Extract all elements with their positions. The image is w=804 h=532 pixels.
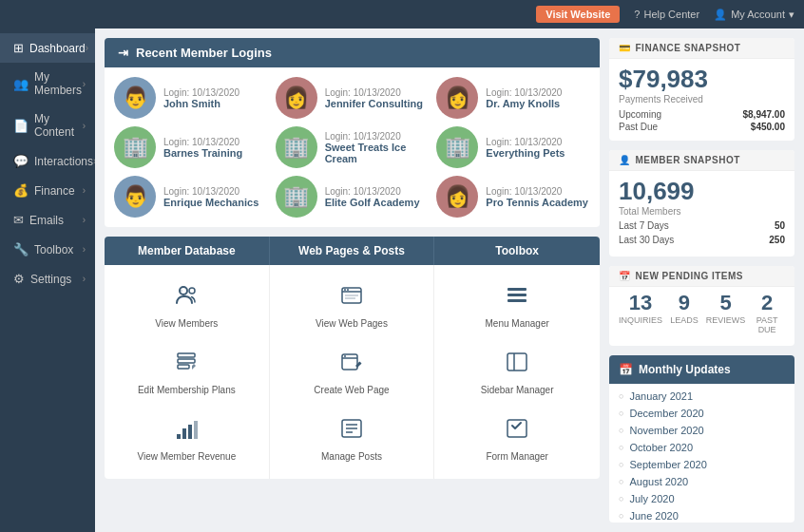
visit-website-button[interactable]: Visit Website (536, 6, 620, 23)
login-info: Login: 10/13/2020Elite Golf Academy (325, 186, 420, 208)
member-stats-row-30: Last 30 Days 250 (609, 235, 794, 249)
account-icon: 👤 (714, 9, 727, 21)
grid-action-manage-posts-icon[interactable]: Manage Posts (279, 408, 425, 469)
login-item[interactable]: 👨Login: 10/13/2020Enrique Mechanics (114, 176, 268, 218)
monthly-item[interactable]: August 2020 (619, 475, 785, 488)
login-info: Login: 10/13/2020Jennifer Consulting (325, 87, 423, 109)
grid-action-form-manager-icon[interactable]: Form Manager (444, 408, 590, 469)
grid-action-view-revenue-icon[interactable]: View Member Revenue (114, 408, 259, 469)
monthly-item[interactable]: September 2020 (619, 458, 785, 471)
grid-action-label: View Web Pages (316, 318, 388, 329)
credit-card-icon: 💳 (619, 43, 631, 53)
sidebar-item-my-members[interactable]: 👥 My Members › (0, 63, 95, 104)
grid-col-0: View MembersEdit Membership PlansView Me… (105, 265, 270, 479)
pending-item-inquiries: 13Inquiries (619, 291, 662, 334)
pending-label: Past Due (749, 315, 785, 334)
finance-big-number: $79,983 (609, 59, 794, 94)
grid-action-label: Manage Posts (321, 451, 382, 462)
main-content: ⇥ Recent Member Logins 👨Login: 10/13/202… (95, 28, 804, 532)
bottom-grid-panel: Member Database Web Pages & Posts Toolbo… (105, 237, 600, 479)
svg-rect-27 (507, 353, 526, 370)
sidebar-item-emails[interactable]: ✉ Emails › (0, 205, 95, 235)
svg-rect-25 (507, 294, 526, 296)
login-date: Login: 10/13/2020 (486, 137, 565, 147)
my-account-link[interactable]: 👤 My Account ▾ (714, 9, 794, 21)
sidebar-item-label: Dashboard (29, 42, 86, 55)
col-header-toolbox: Toolbox (434, 237, 600, 265)
past-due-value: $450.00 (751, 122, 785, 132)
last7-label: Last 7 Days (619, 220, 669, 231)
grid-action-menu-manager-icon[interactable]: Menu Manager (444, 275, 590, 336)
sidebar-item-finance[interactable]: 💰 Finance › (0, 176, 95, 205)
login-item[interactable]: 🏢Login: 10/13/2020Barnes Training (114, 126, 268, 168)
grid-action-create-webpage-icon[interactable]: Create Web Page (279, 341, 425, 403)
login-item[interactable]: 🏢Login: 10/13/2020Elite Golf Academy (276, 176, 430, 218)
total-members-label: Total Members (609, 206, 794, 220)
login-item[interactable]: 👩Login: 10/13/2020Pro Tennis Academy (436, 176, 590, 218)
member-snapshot-title: Member Snapshot (636, 155, 740, 165)
pending-label: Leads (666, 315, 702, 325)
grid-action-label: Edit Membership Plans (138, 385, 236, 395)
content-icon: 📄 (13, 119, 29, 133)
pending-item-leads: 9Leads (666, 291, 702, 334)
pending-item-reviews: 5Reviews (706, 291, 746, 334)
svg-point-18 (344, 355, 346, 357)
monthly-item[interactable]: November 2020 (619, 424, 785, 437)
finance-snapshot-header: 💳 Finance Snapshot (609, 38, 794, 59)
login-item[interactable]: 👩Login: 10/13/2020Dr. Amy Knolls (436, 77, 590, 119)
sidebar-item-dashboard[interactable]: ⊞ Dashboard › (0, 33, 95, 63)
login-date: Login: 10/13/2020 (486, 87, 562, 98)
grid-action-edit-plans-icon[interactable]: Edit Membership Plans (114, 341, 259, 403)
sidebar: ⊞ Dashboard › 👥 My Members › 📄 My Conten… (0, 28, 95, 532)
grid-col-1: View Web PagesCreate Web PageManage Post… (270, 265, 435, 479)
login-item[interactable]: 👩Login: 10/13/2020Jennifer Consulting (276, 77, 430, 119)
login-item[interactable]: 🏢Login: 10/13/2020Everything Pets (436, 126, 590, 168)
login-date: Login: 10/13/2020 (325, 87, 423, 98)
monthly-item[interactable]: June 2020 (619, 509, 785, 522)
svg-rect-3 (178, 353, 195, 357)
svg-rect-9 (194, 421, 198, 439)
sidebar-item-settings[interactable]: ⚙ Settings › (0, 264, 95, 294)
calendar-icon: 📅 (619, 271, 631, 281)
last30-label: Last 30 Days (619, 235, 674, 245)
grid-body: View MembersEdit Membership PlansView Me… (105, 265, 600, 479)
sidebar-item-interactions[interactable]: 💬 Interactions › (0, 146, 95, 176)
login-name: Pro Tennis Academy (486, 197, 588, 208)
monthly-updates-title: Monthly Updates (639, 363, 731, 376)
recent-logins-panel: ⇥ Recent Member Logins 👨Login: 10/13/202… (105, 38, 600, 227)
avatar: 🏢 (276, 176, 317, 218)
monthly-item[interactable]: October 2020 (619, 441, 785, 454)
avatar: 👨 (114, 176, 156, 218)
past-due-label: Past Due (619, 122, 658, 132)
manage-posts-icon (338, 415, 365, 447)
grid-header-row: Member Database Web Pages & Posts Toolbo… (105, 237, 600, 265)
monthly-item[interactable]: December 2020 (619, 407, 785, 420)
login-date: Login: 10/13/2020 (325, 186, 420, 197)
calendar-monthly-icon: 📅 (619, 363, 633, 376)
sidebar-item-toolbox[interactable]: 🔧 Toolbox › (0, 235, 95, 264)
monthly-item[interactable]: July 2020 (619, 492, 785, 505)
grid-action-view-webpages-icon[interactable]: View Web Pages (279, 275, 425, 336)
sidebar-item-label: Finance (34, 184, 83, 198)
monthly-updates-header: 📅 Monthly Updates (609, 355, 794, 384)
grid-action-sidebar-manager-icon[interactable]: Sidebar Manager (444, 341, 590, 403)
grid-col-2: Menu ManagerSidebar ManagerForm Manager (434, 265, 600, 479)
emails-icon: ✉ (13, 213, 24, 227)
login-date: Login: 10/13/2020 (325, 131, 430, 142)
svg-rect-26 (507, 299, 526, 302)
login-item[interactable]: 👨Login: 10/13/2020John Smith (114, 77, 268, 119)
grid-action-view-members-icon[interactable]: View Members (114, 275, 259, 336)
finance-snapshot-card: 💳 Finance Snapshot $79,983 Payments Rece… (609, 38, 794, 141)
create-webpage-icon (338, 349, 365, 381)
finance-snapshot-title: Finance Snapshot (636, 43, 741, 53)
right-column: 💳 Finance Snapshot $79,983 Payments Rece… (609, 38, 794, 522)
sidebar-item-my-content[interactable]: 📄 My Content › (0, 104, 95, 146)
monthly-item[interactable]: January 2021 (619, 390, 785, 403)
form-manager-icon (504, 415, 530, 447)
login-item[interactable]: 🏢Login: 10/13/2020Sweet Treats Ice Cream (276, 126, 430, 168)
help-center-link[interactable]: ? Help Center (634, 9, 699, 20)
svg-rect-5 (178, 365, 189, 369)
member-stats-row: Last 7 Days 50 (609, 220, 794, 235)
login-info: Login: 10/13/2020Enrique Mechanics (163, 186, 258, 208)
grid-action-label: Menu Manager (486, 318, 549, 329)
